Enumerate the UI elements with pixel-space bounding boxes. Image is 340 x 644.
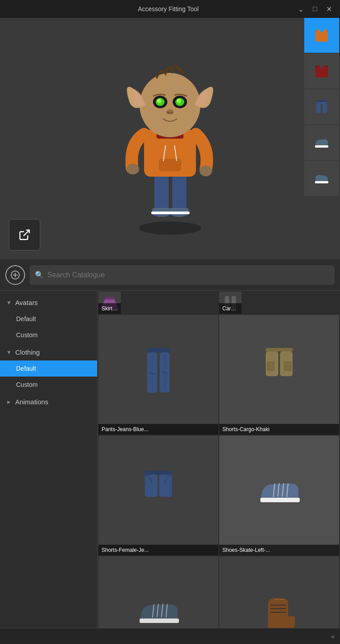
window-controls: ⌄ □ ✕ bbox=[295, 4, 335, 14]
chevron-animations-icon: ► bbox=[6, 399, 12, 405]
svg-point-0 bbox=[139, 221, 201, 235]
svg-point-30 bbox=[170, 111, 173, 114]
sidebar-group-header-animations[interactable]: ► Animations bbox=[0, 394, 97, 410]
sidebar-group-label-clothing: Clothing bbox=[15, 348, 40, 356]
close-button[interactable]: ✕ bbox=[323, 4, 335, 14]
svg-rect-61 bbox=[260, 498, 300, 502]
catalog-item-shorts-cargo-khaki[interactable]: Shorts-Cargo-Khaki bbox=[219, 315, 339, 435]
svg-rect-58 bbox=[159, 475, 172, 497]
svg-rect-60 bbox=[166, 471, 169, 475]
sidebar-item-label: Custom bbox=[16, 381, 38, 388]
svg-point-29 bbox=[167, 111, 170, 114]
catalog-item-boots-brown[interactable]: Boots-... bbox=[219, 556, 339, 628]
minimize-button[interactable]: ⌄ bbox=[295, 4, 306, 14]
thumb-hoodie-orange[interactable] bbox=[304, 18, 339, 53]
svg-rect-37 bbox=[315, 181, 328, 183]
catalog-area: Skirt-MediumRuff... Cargo Pants -... bbox=[98, 291, 340, 628]
maximize-button[interactable]: □ bbox=[310, 4, 320, 14]
catalog-item-image bbox=[98, 436, 218, 555]
sidebar-item-label: Default bbox=[16, 365, 36, 372]
svg-point-19 bbox=[140, 73, 200, 137]
catalog-item-label: Shorts-Cargo-Khaki bbox=[219, 424, 339, 435]
svg-rect-10 bbox=[169, 212, 190, 214]
svg-rect-44 bbox=[147, 348, 170, 352]
sidebar-group-label-animations: Animations bbox=[15, 398, 48, 406]
catalog-grid: Skirt-MediumRuff... Cargo Pants -... bbox=[98, 291, 340, 628]
catalog-item-image bbox=[219, 315, 339, 435]
catalog-item-image bbox=[98, 315, 218, 435]
catalog-item-label: Shoes-Skate-Left-... bbox=[219, 545, 339, 555]
svg-point-24 bbox=[157, 99, 162, 103]
sidebar-item-avatars-default[interactable]: Default bbox=[0, 311, 97, 327]
svg-line-31 bbox=[24, 230, 30, 236]
svg-rect-59 bbox=[148, 471, 150, 475]
sidebar-item-label: Default bbox=[16, 315, 36, 322]
character-svg bbox=[107, 36, 233, 242]
title-bar: Accessory Fitting Tool ⌄ □ ✕ bbox=[0, 0, 340, 18]
sidebar-group-avatars: ▼ Avatars Default Custom bbox=[0, 294, 97, 343]
svg-rect-41 bbox=[105, 297, 114, 300]
sidebar-item-label: Custom bbox=[16, 331, 38, 339]
preview-area bbox=[0, 18, 340, 259]
thumb-shoe-right[interactable] bbox=[304, 161, 339, 196]
svg-point-26 bbox=[157, 99, 159, 101]
main-content: ▼ Avatars Default Custom ▼ Clothing Defa… bbox=[0, 291, 340, 628]
sidebar-group-clothing: ▼ Clothing Default Custom bbox=[0, 344, 97, 393]
svg-point-27 bbox=[177, 99, 179, 101]
sidebar-item-clothing-custom[interactable]: Custom bbox=[0, 377, 97, 393]
catalog-item-cargo-top[interactable]: Cargo Pants -... bbox=[219, 292, 242, 314]
catalog-item-image bbox=[98, 556, 218, 628]
sidebar-item-clothing-default[interactable]: Default bbox=[0, 360, 97, 377]
svg-point-17 bbox=[200, 165, 212, 176]
sidebar: ▼ Avatars Default Custom ▼ Clothing Defa… bbox=[0, 291, 98, 628]
svg-rect-9 bbox=[151, 212, 172, 214]
chevron-avatars-icon: ▼ bbox=[6, 300, 12, 306]
svg-point-16 bbox=[127, 164, 139, 174]
catalog-item-label: Shorts-Female-Je... bbox=[98, 545, 218, 555]
sidebar-group-label-avatars: Avatars bbox=[15, 299, 38, 306]
svg-rect-35 bbox=[316, 101, 327, 102]
collapse-sidebar-button[interactable]: « bbox=[331, 633, 335, 640]
svg-rect-51 bbox=[266, 348, 293, 352]
bottom-bar: « bbox=[0, 628, 340, 644]
external-link-button[interactable] bbox=[9, 219, 40, 250]
catalog-item-pants-jeans-blue[interactable]: Pants-Jeans-Blue... bbox=[98, 315, 218, 435]
app-title: Accessory Fitting Tool bbox=[41, 5, 295, 13]
svg-rect-66 bbox=[140, 619, 179, 623]
svg-point-25 bbox=[177, 99, 181, 103]
catalog-item-label: Pants-Jeans-Blue... bbox=[98, 424, 218, 435]
search-input[interactable] bbox=[47, 271, 329, 279]
catalog-item-shoes-skate-left[interactable]: Shoes-Skate-Left-... bbox=[219, 436, 339, 555]
catalog-item-skirt[interactable]: Skirt-MediumRuff... bbox=[98, 292, 121, 314]
add-button[interactable] bbox=[5, 265, 25, 285]
catalog-item-label: Cargo Pants -... bbox=[219, 303, 242, 314]
catalog-item-label: Skirt-MediumRuff... bbox=[98, 303, 121, 314]
sidebar-item-avatars-custom[interactable]: Custom bbox=[0, 327, 97, 343]
accessory-thumbnails bbox=[304, 18, 340, 196]
thumb-jeans[interactable] bbox=[304, 89, 339, 124]
catalog-item-image bbox=[219, 436, 339, 555]
thumb-shoe-left[interactable] bbox=[304, 125, 339, 160]
search-icon: 🔍 bbox=[35, 271, 44, 279]
svg-rect-54 bbox=[267, 361, 275, 371]
catalog-item-image bbox=[219, 556, 339, 628]
search-input-wrap: 🔍 bbox=[30, 265, 335, 285]
sidebar-group-header-clothing[interactable]: ▼ Clothing bbox=[0, 344, 97, 360]
catalog-item-shoe-skate-dark[interactable]: Shoes-Skate-... bbox=[98, 556, 218, 628]
sidebar-group-header-avatars[interactable]: ▼ Avatars bbox=[0, 294, 97, 311]
search-area: 🔍 bbox=[0, 259, 340, 291]
catalog-item-shorts-female-jeans[interactable]: Shorts-Female-Je... bbox=[98, 436, 218, 555]
svg-rect-55 bbox=[284, 361, 292, 371]
thumb-hoodie-red[interactable] bbox=[304, 54, 339, 89]
character-display bbox=[103, 31, 237, 246]
svg-rect-36 bbox=[315, 145, 328, 148]
sidebar-group-animations: ► Animations bbox=[0, 394, 97, 410]
svg-rect-12 bbox=[159, 159, 181, 171]
svg-rect-57 bbox=[145, 475, 157, 497]
chevron-clothing-icon: ▼ bbox=[6, 349, 12, 356]
